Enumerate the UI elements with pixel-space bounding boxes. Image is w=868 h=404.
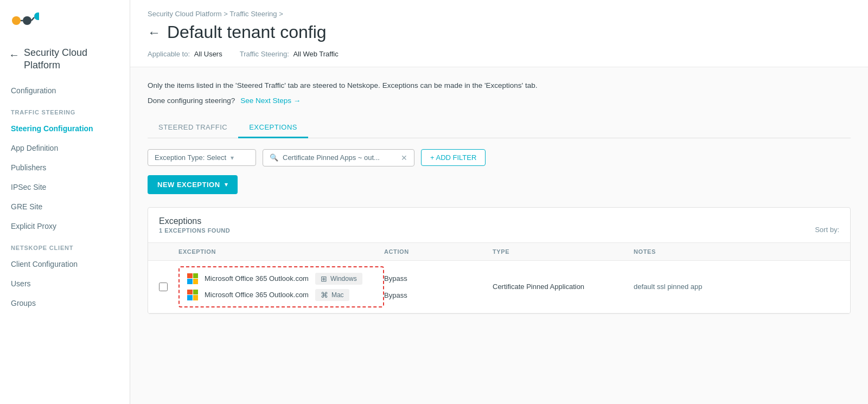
exceptions-header: Exceptions 1 EXCEPTIONS FOUND Sort by: <box>148 208 850 243</box>
notes-cell: default ssl pinned app <box>634 274 839 299</box>
row-checkbox-cell[interactable] <box>159 274 178 300</box>
os-badge-windows: ⊞ Windows <box>315 273 362 285</box>
sidebar: ← Security Cloud Platform Configuration … <box>0 0 130 404</box>
traffic-steering-label: Traffic Steering: <box>240 50 289 58</box>
exception-type-select[interactable]: Exception Type: Select ▾ <box>148 149 256 166</box>
next-steps-prompt: Done configuring steering? <box>148 97 235 105</box>
exception-entry-mac: Microsoft Office 365 Outlook.com ⌘ Mac <box>187 289 375 301</box>
select-chevron-icon: ▾ <box>231 154 234 162</box>
type-cell: Certificate Pinned Application <box>493 274 634 299</box>
sidebar-item-configuration[interactable]: Configuration <box>0 81 130 100</box>
back-arrow-icon: ← <box>9 48 20 62</box>
sidebar-section-traffic-steering: TRAFFIC STEERING <box>0 100 130 119</box>
exception-entry-windows: Microsoft Office 365 Outlook.com ⊞ Windo… <box>187 273 375 285</box>
info-text: Only the items listed in the 'Steered Tr… <box>148 80 851 91</box>
sidebar-item-groups[interactable]: Groups <box>0 293 130 313</box>
row-checkbox-input[interactable] <box>159 283 168 291</box>
search-filter-chip: 🔍 Certificate Pinned Apps ~ out... ✕ <box>263 149 414 166</box>
new-exception-label: NEW EXCEPTION <box>157 181 220 189</box>
search-icon: 🔍 <box>270 153 278 162</box>
app-name-mac: Microsoft Office 365 Outlook.com <box>205 291 309 299</box>
table-row: Microsoft Office 365 Outlook.com ⊞ Windo… <box>148 261 850 313</box>
applicable-to-label: Applicable to: <box>148 50 190 58</box>
new-exception-chevron-icon: ▾ <box>225 181 228 188</box>
mac-icon: ⌘ <box>321 291 328 299</box>
next-steps-prompt-row: Done configuring steering? See Next Step… <box>148 95 851 106</box>
sidebar-item-ipsec-site[interactable]: IPSec Site <box>0 177 130 197</box>
svg-point-2 <box>34 12 39 20</box>
sidebar-item-client-configuration[interactable]: Client Configuration <box>0 254 130 274</box>
sidebar-nav: Configuration TRAFFIC STEERING Steering … <box>0 81 130 324</box>
page-header: Security Cloud Platform > Traffic Steeri… <box>130 0 868 67</box>
sidebar-item-app-definition[interactable]: App Definition <box>0 138 130 158</box>
exceptions-title: Exceptions <box>159 216 230 226</box>
filter-row: Exception Type: Select ▾ 🔍 Certificate P… <box>148 149 851 166</box>
netskope-logo-icon <box>11 10 39 30</box>
svg-line-4 <box>31 17 34 21</box>
sidebar-section-netskope-client: NETSKOPE CLIENT <box>0 236 130 254</box>
applicable-to-value: All Users <box>194 50 222 58</box>
tabs-container: STEERED TRAFFIC EXCEPTIONS <box>148 118 851 138</box>
windows-icon: ⊞ <box>321 274 327 283</box>
microsoft-icon-windows <box>187 273 198 284</box>
applicable-to-meta: Applicable to: All Users <box>148 50 222 58</box>
exception-dashed-group: Microsoft Office 365 Outlook.com ⊞ Windo… <box>178 266 384 307</box>
tab-exceptions[interactable]: EXCEPTIONS <box>238 118 308 138</box>
page-back-arrow-icon[interactable]: ← <box>148 25 161 40</box>
new-exception-button[interactable]: NEW EXCEPTION ▾ <box>148 175 238 194</box>
exception-cell: Microsoft Office 365 Outlook.com ⊞ Windo… <box>178 261 384 313</box>
exception-type-label: Exception Type: Select <box>155 153 226 162</box>
col-header-type: TYPE <box>493 248 634 255</box>
microsoft-icon-mac <box>187 290 198 300</box>
sidebar-item-gre-site[interactable]: GRE Site <box>0 197 130 216</box>
page-meta: Applicable to: All Users Traffic Steerin… <box>148 50 851 58</box>
filter-close-icon[interactable]: ✕ <box>401 153 407 162</box>
sidebar-item-steering-configuration[interactable]: Steering Configuration <box>0 119 130 138</box>
exceptions-title-area: Exceptions 1 EXCEPTIONS FOUND <box>159 216 230 234</box>
os-label-mac: Mac <box>331 291 344 299</box>
breadcrumb: Security Cloud Platform > Traffic Steeri… <box>148 10 851 18</box>
app-name-windows: Microsoft Office 365 Outlook.com <box>205 274 309 283</box>
exceptions-count: 1 EXCEPTIONS FOUND <box>159 227 230 234</box>
action-item-1: Bypass <box>384 270 493 287</box>
page-title: Default tenant config <box>167 22 327 42</box>
add-filter-button[interactable]: + ADD FILTER <box>421 149 486 166</box>
table-header-row: EXCEPTION ACTION TYPE NOTES <box>148 243 850 261</box>
breadcrumb-text: Security Cloud Platform > Traffic Steeri… <box>148 10 283 18</box>
action-cell: Bypass Bypass <box>384 265 493 309</box>
page-content: Only the items listed in the 'Steered Tr… <box>130 67 868 404</box>
sidebar-logo-area <box>0 0 130 40</box>
col-header-notes: NOTES <box>634 248 839 255</box>
svg-point-0 <box>12 16 21 25</box>
tab-steered-traffic[interactable]: STEERED TRAFFIC <box>148 118 238 138</box>
sidebar-item-publishers[interactable]: Publishers <box>0 158 130 177</box>
col-header-action: ACTION <box>384 248 493 255</box>
sidebar-back-button[interactable]: ← Security Cloud Platform <box>0 40 130 81</box>
traffic-steering-meta: Traffic Steering: All Web Traffic <box>240 50 339 58</box>
exceptions-section: Exceptions 1 EXCEPTIONS FOUND Sort by: E… <box>148 207 851 314</box>
main-content-area: Security Cloud Platform > Traffic Steeri… <box>130 0 868 404</box>
sidebar-item-explicit-proxy[interactable]: Explicit Proxy <box>0 216 130 236</box>
traffic-steering-value: All Web Traffic <box>293 50 338 58</box>
os-label-windows: Windows <box>330 275 357 283</box>
sidebar-back-label: Security Cloud Platform <box>24 47 121 72</box>
os-badge-mac: ⌘ Mac <box>315 289 349 301</box>
col-header-exception: EXCEPTION <box>178 248 384 255</box>
sidebar-item-users[interactable]: Users <box>0 274 130 293</box>
next-steps-link[interactable]: See Next Steps → <box>240 97 301 105</box>
action-item-2: Bypass <box>384 287 493 304</box>
page-title-row: ← Default tenant config <box>148 22 851 42</box>
sort-by-label: Sort by: <box>815 226 839 234</box>
filter-text: Certificate Pinned Apps ~ out... <box>283 153 397 162</box>
svg-point-1 <box>23 16 31 25</box>
col-header-checkbox <box>159 248 178 255</box>
